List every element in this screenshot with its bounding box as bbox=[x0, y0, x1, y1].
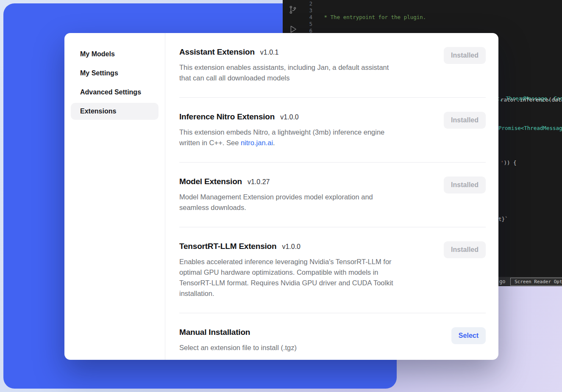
description-text: This extension embeds Nitro, a lightweig… bbox=[179, 128, 384, 146]
description-text: . bbox=[273, 139, 275, 146]
code-fragment: t}` bbox=[498, 216, 508, 223]
select-file-button[interactable]: Select bbox=[451, 327, 486, 344]
settings-sidebar: My Models My Settings Advanced Settings … bbox=[64, 33, 165, 360]
manual-installation-description: Select an extension file to install (.tg… bbox=[179, 342, 297, 353]
desktop-background: { "app": { "sidebar": { "items": [ { "la… bbox=[0, 0, 562, 392]
extension-description: Model Management Extension provides mode… bbox=[179, 192, 373, 213]
extension-title: Assistant Extension bbox=[179, 47, 255, 57]
run-debug-icon[interactable] bbox=[288, 25, 298, 34]
extension-section-model: Model Extension v1.0.27 Model Management… bbox=[179, 163, 486, 227]
extensions-panel: Assistant Extension v1.0.1 This extensio… bbox=[165, 33, 498, 360]
extension-description: Enables accelerated inference leveraging… bbox=[179, 257, 393, 299]
sidebar-item-my-models[interactable]: My Models bbox=[71, 46, 159, 63]
line-number-gutter: 2 3 4 5 6 bbox=[298, 0, 312, 34]
extension-title: TensortRT-LLM Extension bbox=[179, 241, 276, 251]
installed-button[interactable]: Installed bbox=[444, 177, 486, 193]
nitro-jan-ai-link[interactable]: nitro.jan.ai bbox=[241, 139, 273, 146]
extension-title: Inference Nitro Extension bbox=[179, 112, 275, 122]
code-fragment: rator.inference(data)); bbox=[501, 97, 562, 103]
line-number: 5 bbox=[298, 21, 312, 28]
extension-version: v1.0.1 bbox=[260, 49, 279, 56]
settings-modal: My Models My Settings Advanced Settings … bbox=[64, 33, 498, 360]
extension-section-assistant: Assistant Extension v1.0.1 This extensio… bbox=[179, 33, 486, 98]
extension-section-inference-nitro: Inference Nitro Extension v1.0.0 This ex… bbox=[179, 98, 486, 163]
line-number: 2 bbox=[298, 0, 312, 7]
extension-title: Model Extension bbox=[179, 177, 242, 187]
extension-version: v1.0.0 bbox=[282, 243, 300, 251]
punct-token: )) { bbox=[504, 160, 517, 166]
screen-reader-optimized-badge[interactable]: Screen Reader Optimized bbox=[510, 278, 562, 286]
code-fragment: ')) { bbox=[501, 160, 517, 166]
installed-button[interactable]: Installed bbox=[444, 241, 486, 258]
manual-installation-title: Manual Installation bbox=[179, 327, 250, 337]
string-token: ' bbox=[501, 160, 504, 166]
extension-description: This extension embeds Nitro, a lightweig… bbox=[179, 127, 384, 148]
line-number: 4 bbox=[298, 14, 312, 21]
code-line: * The entrypoint for the plugin. bbox=[321, 14, 562, 21]
extension-version: v1.0.27 bbox=[248, 178, 270, 186]
sidebar-item-my-settings[interactable]: My Settings bbox=[71, 65, 159, 82]
source-control-icon[interactable] bbox=[288, 5, 298, 14]
line-number: 3 bbox=[298, 7, 312, 14]
extension-version: v1.0.0 bbox=[280, 113, 299, 121]
extension-section-tensorrt-llm: TensortRT-LLM Extension v1.0.0 Enables a… bbox=[179, 227, 486, 313]
sidebar-item-advanced-settings[interactable]: Advanced Settings bbox=[71, 84, 159, 101]
code-fragment: Promise<ThreadMessage> bbox=[498, 125, 562, 132]
extension-description: This extension enables assistants, inclu… bbox=[179, 62, 389, 83]
status-bar-text: go bbox=[499, 279, 505, 284]
installed-button[interactable]: Installed bbox=[444, 112, 486, 129]
manual-installation-section: Manual Installation Select an extension … bbox=[179, 313, 486, 360]
installed-button[interactable]: Installed bbox=[444, 47, 486, 64]
sidebar-item-extensions[interactable]: Extensions bbox=[71, 103, 159, 120]
